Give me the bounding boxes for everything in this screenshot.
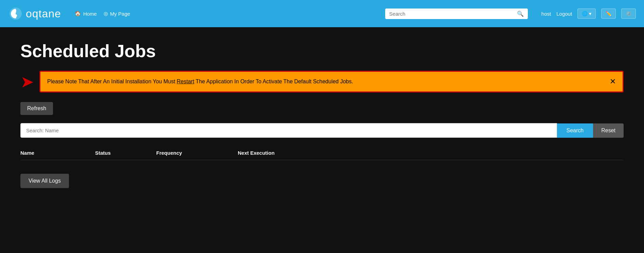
col-actions: [346, 150, 624, 156]
globe-button[interactable]: 🌐 ▾: [577, 9, 596, 19]
pencil-button[interactable]: ✏️: [601, 9, 616, 19]
search-button[interactable]: Search: [557, 123, 593, 138]
reset-button[interactable]: Reset: [593, 123, 624, 138]
nav-home[interactable]: 🏠 Home: [75, 11, 97, 17]
nav-links: 🏠 Home ◎ My Page: [75, 11, 377, 17]
home-icon: 🏠: [75, 11, 81, 17]
alert-prefix: Please Note That After An Initial Instal…: [47, 79, 177, 84]
nav-mypage-label: My Page: [110, 11, 130, 17]
search-name-input[interactable]: [20, 123, 557, 138]
page-title: Scheduled Jobs: [20, 41, 624, 61]
brand: oqtane: [8, 6, 61, 21]
alert-wrapper: ➤ Please Note That After An Initial Inst…: [20, 71, 624, 92]
alert-arrow-icon: ➤: [20, 72, 34, 91]
username-label: host: [541, 11, 551, 17]
brand-name: oqtane: [26, 7, 61, 20]
alert-close-button[interactable]: ✕: [610, 78, 616, 85]
search-bar-nav: 🔍: [385, 9, 528, 19]
nav-home-label: Home: [83, 11, 97, 17]
search-input-nav[interactable]: [389, 11, 514, 17]
nav-mypage[interactable]: ◎ My Page: [104, 11, 130, 17]
refresh-button[interactable]: Refresh: [20, 102, 53, 115]
svg-point-1: [14, 14, 17, 17]
navbar-right: host Logout 🌐 ▾ ✏️ ⚙️: [541, 9, 636, 19]
col-name: Name: [20, 150, 95, 156]
view-all-logs-button[interactable]: View All Logs: [20, 174, 69, 188]
search-icon-nav: 🔍: [517, 11, 524, 17]
logout-link[interactable]: Logout: [556, 11, 572, 17]
navbar: oqtane 🏠 Home ◎ My Page 🔍 host Logout 🌐 …: [0, 0, 644, 27]
main-content: Scheduled Jobs ➤ Please Note That After …: [0, 27, 644, 253]
col-next-execution: Next Execution: [238, 150, 346, 156]
alert-restart-link[interactable]: Restart: [177, 79, 194, 84]
table-header: Name Status Frequency Next Execution: [20, 146, 624, 160]
search-bar-main: Search Reset: [20, 123, 624, 138]
alert-suffix: The Application In Order To Activate The…: [194, 79, 353, 84]
col-status: Status: [95, 150, 156, 156]
mypage-icon: ◎: [104, 11, 108, 17]
col-frequency: Frequency: [156, 150, 238, 156]
brand-logo-icon: [8, 6, 23, 21]
alert-text: Please Note That After An Initial Instal…: [47, 79, 604, 85]
gear-button[interactable]: ⚙️: [621, 9, 636, 19]
alert-box: Please Note That After An Initial Instal…: [39, 71, 624, 92]
